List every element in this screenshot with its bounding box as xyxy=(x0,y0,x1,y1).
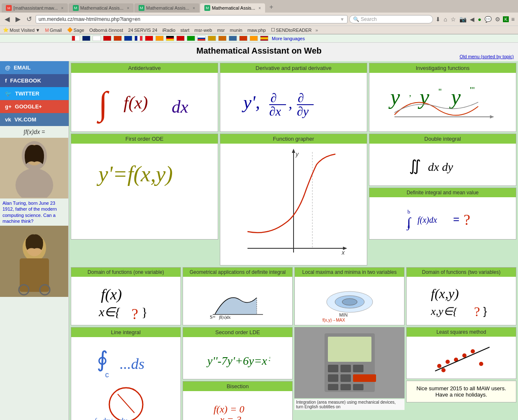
card-first-order-ode[interactable]: First order ODE y'=f(x,y) xyxy=(71,134,218,240)
download-icon[interactable]: ⬇ xyxy=(435,15,441,23)
flag-es[interactable] xyxy=(260,36,268,41)
facebook-button[interactable]: f FACEBOOK xyxy=(0,74,69,87)
svg-rect-73 xyxy=(340,365,351,372)
flag-?8[interactable] xyxy=(208,36,216,41)
more-bookmarks[interactable]: » xyxy=(315,28,318,33)
forward-button[interactable]: ▶ xyxy=(13,14,23,24)
bookmark-sendtoreader[interactable]: ☐ SENDtoREADER xyxy=(270,27,313,33)
bookmark-start[interactable]: start xyxy=(179,27,191,33)
bookmark-iradio[interactable]: iRadio xyxy=(161,27,177,33)
card-second-order-lde[interactable]: Second order LDE y''-7y'+6y=x⁵ xyxy=(183,327,293,379)
svg-rect-71 xyxy=(328,337,371,362)
card-double-integral[interactable]: Double integral ∬ dx dy xyxy=(369,134,516,186)
svg-text:f(x)dx: f(x)dx xyxy=(417,215,437,225)
search-box[interactable]: 🔍 Search xyxy=(349,15,433,23)
main-layout: @ EMAIL f FACEBOOK 🐦 TWITTER g+ GOOGLE+ … xyxy=(0,61,518,420)
vk-button[interactable]: vk VK.COM xyxy=(0,113,69,126)
card-domain-two[interactable]: Domain of functions (two variables) f(x,… xyxy=(406,267,516,325)
back-button[interactable]: ◀ xyxy=(3,14,12,24)
tab-3[interactable]: M Mathematical Assis... × xyxy=(134,3,199,13)
flag-?2[interactable] xyxy=(113,36,122,41)
bookmark-msr-web[interactable]: msr-web xyxy=(193,27,213,33)
home-icon[interactable]: ⌂ xyxy=(443,15,448,23)
bookmark-maw-php[interactable]: maw.php xyxy=(246,27,267,33)
email-button[interactable]: @ EMAIL xyxy=(0,61,69,74)
svg-point-84 xyxy=(462,353,466,358)
flag-?7[interactable] xyxy=(187,36,195,41)
flag-sk[interactable] xyxy=(93,36,101,41)
domain-two-svg: f(x,y) x,y∈{ ? } xyxy=(429,279,494,322)
flag-?6[interactable] xyxy=(176,36,185,41)
more-languages-link[interactable]: More languages xyxy=(272,36,305,41)
tab-close-2[interactable]: × xyxy=(127,6,129,10)
old-menu-link[interactable]: Old menu (sorted by topic) xyxy=(459,54,514,59)
twitter-button[interactable]: 🐦 TWITTER xyxy=(0,87,69,100)
status-icon[interactable]: ● xyxy=(477,15,482,23)
flag-de[interactable] xyxy=(166,36,174,41)
tab-close-1[interactable]: × xyxy=(61,6,64,10)
flag-?[interactable] xyxy=(103,36,111,41)
flag-?3[interactable] xyxy=(124,36,132,41)
address-bar[interactable]: um.mendelu.cz/maw-html/menu.php?lang=en … xyxy=(36,15,348,23)
card-domain-one[interactable]: Domain of functions (one variable) f(x) … xyxy=(71,267,181,325)
reload-button[interactable]: ↺ xyxy=(24,14,34,24)
nav-icons: ⬇ ⌂ ☆ 📷 ◀ ● 💬 ⚙ K ≡ xyxy=(435,15,515,23)
svg-text:∂: ∂ xyxy=(271,91,277,105)
card-derivative[interactable]: Derivative and partial derivative y', ∂ … xyxy=(220,63,367,132)
bookmark-most-visited[interactable]: ⭐ Most Visited ▼ xyxy=(2,27,41,33)
flag-ru[interactable] xyxy=(197,36,206,41)
google-button[interactable]: g+ GOOGLE+ xyxy=(0,100,69,113)
bookmark-sage[interactable]: 🔶 Sage xyxy=(66,27,86,33)
tab-close-4[interactable]: × xyxy=(258,6,261,10)
flag-cz[interactable] xyxy=(72,36,80,41)
bookmark-servis[interactable]: 24 SERVIS 24 xyxy=(127,27,159,33)
screenshot-icon[interactable]: 📷 xyxy=(459,15,467,23)
card-body-bisection: f(x) = 0 x = ? xyxy=(183,391,292,420)
card-body-first-order-ode: y'=f(x,y) xyxy=(71,144,218,198)
tab-close-3[interactable]: × xyxy=(193,6,195,10)
flag-gb[interactable] xyxy=(82,36,90,41)
menu-icon[interactable]: ≡ xyxy=(510,15,515,23)
sync-icon[interactable]: ⚙ xyxy=(494,15,501,23)
card-geometrical[interactable]: Geometrical applications of definite int… xyxy=(183,267,293,325)
card-least-squares[interactable]: Least squares method xyxy=(406,327,516,379)
bookmark-msr[interactable]: msr xyxy=(216,27,226,33)
bookmark-label-servis2: SERVIS 24 xyxy=(134,28,157,33)
bookmark-odborna[interactable]: Odborná činnost xyxy=(88,27,124,33)
tab-2[interactable]: M Mathematical Assis... × xyxy=(69,3,134,13)
flag-?9[interactable] xyxy=(218,36,227,41)
card-definite-integral[interactable]: Definite integral and mean value ∫ b a f… xyxy=(369,188,516,240)
tab-1[interactable]: M [mathassistant:maw... × xyxy=(2,3,68,13)
bookmark-munin[interactable]: munin xyxy=(229,27,244,33)
kaspersky-icon[interactable]: K xyxy=(503,16,508,22)
bookmark-label-sage: Sage xyxy=(74,28,85,33)
bookmark-icon[interactable]: ☆ xyxy=(450,15,457,23)
video-area: Integration (area measure) using mechani… xyxy=(294,327,405,420)
card-investigating[interactable]: Investigating functions y , y '' y ''' xyxy=(369,63,516,132)
flag-?4[interactable] xyxy=(145,36,153,41)
flag-?11[interactable] xyxy=(239,36,247,41)
flag-?5[interactable] xyxy=(155,36,164,41)
svg-text:∫...dx+...dy: ∫...dx+...dy xyxy=(94,417,127,420)
video-placeholder[interactable] xyxy=(294,327,405,398)
card-antiderivative[interactable]: Antiderivative ∫ f(x) dx xyxy=(71,63,218,132)
bookmark-icon-star: ⭐ xyxy=(3,27,9,33)
flag-?10[interactable] xyxy=(229,36,237,41)
new-tab-button[interactable]: + xyxy=(266,2,276,13)
svg-text:y: y xyxy=(295,151,299,157)
bookmark-dropdown-most-visited: ▼ xyxy=(36,28,40,33)
card-line-integral[interactable]: Line integral ∮ c ...ds ∫...dx+...dy xyxy=(71,327,181,420)
card-function-grapher[interactable]: Function grapher xyxy=(220,134,367,265)
bookmark-gmail[interactable]: M Gmail xyxy=(44,27,63,33)
sage-favicon: 🔶 xyxy=(67,27,73,33)
flag-?12[interactable] xyxy=(250,36,258,41)
email-label: EMAIL xyxy=(14,64,31,71)
tab-4[interactable]: M Mathematical Assis... × xyxy=(200,3,265,13)
flag-fr[interactable] xyxy=(134,36,143,41)
card-local-maxima[interactable]: Local maxima and minima in two variables… xyxy=(294,267,405,325)
svg-rect-79 xyxy=(340,384,351,390)
sidebar-caption-turing[interactable]: Alan Turing, born June 23 1912, father o… xyxy=(0,198,69,226)
rss-icon[interactable]: ◀ xyxy=(469,15,475,23)
chat-icon[interactable]: 💬 xyxy=(484,15,492,23)
card-bisection[interactable]: Bisection f(x) = 0 x = ? xyxy=(183,381,293,420)
